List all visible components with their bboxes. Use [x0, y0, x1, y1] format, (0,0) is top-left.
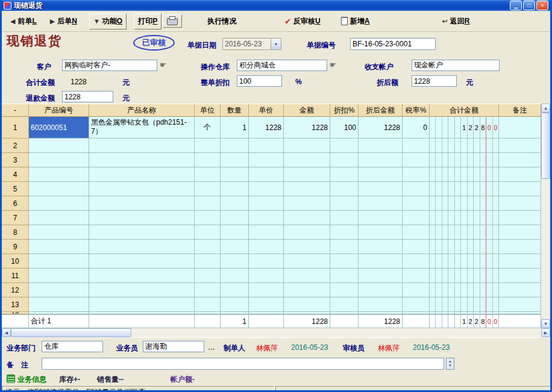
grid-cell[interactable]: [221, 269, 249, 283]
grid-cell[interactable]: [330, 240, 359, 254]
grid-cell[interactable]: [89, 196, 195, 211]
grid-cell[interactable]: [359, 283, 403, 297]
grid-cell[interactable]: [195, 167, 221, 182]
grid-cell[interactable]: [499, 254, 541, 269]
grid-cell[interactable]: [330, 225, 359, 240]
grid-cell[interactable]: [195, 225, 221, 240]
scroll-down-button[interactable]: ▼: [541, 319, 550, 328]
grid-cell[interactable]: [284, 254, 330, 269]
grid-cell[interactable]: [89, 182, 195, 196]
grid-cell[interactable]: [284, 225, 330, 240]
grid-cell[interactable]: [284, 167, 330, 182]
more-button[interactable]: …: [208, 343, 215, 352]
grid-cell[interactable]: [89, 138, 195, 153]
grid-cell[interactable]: [221, 211, 249, 225]
grid-cell[interactable]: [89, 314, 195, 328]
vertical-scroll-thumb[interactable]: [541, 113, 550, 179]
grid-cell[interactable]: [195, 314, 221, 328]
grid-cell[interactable]: [221, 196, 249, 211]
grid-cell[interactable]: [195, 240, 221, 254]
table-row[interactable]: 3: [2, 153, 541, 167]
grid-cell[interactable]: [89, 297, 195, 312]
grid-cell[interactable]: [249, 269, 284, 283]
grid-cell[interactable]: [499, 240, 541, 254]
net-amount-input[interactable]: [412, 75, 457, 87]
scroll-right-button[interactable]: ▶: [541, 328, 550, 337]
grid-cell[interactable]: [330, 196, 359, 211]
grid-cell[interactable]: [249, 138, 284, 153]
chevron-down-icon[interactable]: ▼: [271, 39, 281, 49]
grid-cell[interactable]: [430, 283, 499, 297]
grid-cell[interactable]: [221, 153, 249, 167]
table-row[interactable]: 7: [2, 211, 541, 225]
grid-cell[interactable]: [403, 225, 430, 240]
grid-cell[interactable]: [359, 182, 403, 196]
grid-cell[interactable]: 8: [2, 225, 29, 240]
grid-cell[interactable]: [330, 211, 359, 225]
toolbar-button-exec-status[interactable]: 执行情况: [204, 14, 240, 29]
grid-cell[interactable]: [499, 314, 541, 328]
grid-cell[interactable]: [221, 297, 249, 312]
grid-cell[interactable]: [430, 182, 499, 196]
grid-cell[interactable]: [221, 138, 249, 153]
grid-cell[interactable]: [249, 196, 284, 211]
grid-cell[interactable]: [499, 269, 541, 283]
horizontal-scrollbar[interactable]: ◀ ▶: [2, 328, 550, 337]
grid-cell[interactable]: [284, 182, 330, 196]
grid-cell[interactable]: 6: [2, 196, 29, 211]
grid-cell[interactable]: 13: [2, 297, 29, 312]
grid-cell[interactable]: 合计 1: [29, 314, 89, 328]
grid-cell[interactable]: [499, 211, 541, 225]
grid-cell[interactable]: [359, 297, 403, 312]
grid-cell[interactable]: [89, 240, 195, 254]
grid-cell[interactable]: 122800: [430, 117, 499, 138]
refund-input[interactable]: [62, 91, 113, 102]
grid-cell[interactable]: 黑色金属带钻女包（pdh2151-7）: [89, 117, 195, 138]
grid-cell[interactable]: [403, 297, 430, 312]
grid-cell[interactable]: [29, 196, 89, 211]
grid-cell[interactable]: [89, 283, 195, 297]
grid-cell[interactable]: 12: [2, 283, 29, 297]
grid-cell[interactable]: [403, 254, 430, 269]
grid-cell[interactable]: [195, 182, 221, 196]
link-account-amount[interactable]: 帐户额-: [171, 375, 195, 385]
grid-cell[interactable]: [29, 297, 89, 312]
table-row[interactable]: 5: [2, 182, 541, 196]
grid-cell[interactable]: [284, 269, 330, 283]
grid-cell[interactable]: [89, 167, 195, 182]
grid-cell[interactable]: [330, 283, 359, 297]
grid-cell[interactable]: [499, 138, 541, 153]
grid-cell[interactable]: [195, 211, 221, 225]
grid-cell[interactable]: [330, 269, 359, 283]
grid-cell[interactable]: [359, 211, 403, 225]
grid-cell[interactable]: [29, 182, 89, 196]
grid-cell[interactable]: [403, 211, 430, 225]
grid-cell[interactable]: [89, 153, 195, 167]
grid-cell[interactable]: [195, 297, 221, 312]
grid-cell[interactable]: [29, 211, 89, 225]
grid-cell[interactable]: [499, 297, 541, 312]
grid-cell[interactable]: [330, 167, 359, 182]
grid-cell[interactable]: [195, 269, 221, 283]
grid-cell[interactable]: [430, 254, 499, 269]
grid-cell[interactable]: [430, 167, 499, 182]
grid-cell[interactable]: [430, 211, 499, 225]
grid-cell[interactable]: [29, 240, 89, 254]
grid-cell[interactable]: [430, 240, 499, 254]
grid-cell[interactable]: [89, 225, 195, 240]
table-row[interactable]: 8: [2, 225, 541, 240]
grid-cell[interactable]: 3: [2, 153, 29, 167]
grid-cell[interactable]: [284, 196, 330, 211]
grid-cell[interactable]: [221, 283, 249, 297]
grid-cell[interactable]: [195, 254, 221, 269]
link-business-info[interactable]: 业务信息: [17, 375, 46, 385]
grid-cell[interactable]: 1228: [359, 314, 403, 328]
grid-cell[interactable]: [195, 196, 221, 211]
grid-cell[interactable]: [249, 182, 284, 196]
table-row[interactable]: 1602000051黑色金属带钻女包（pdh2151-7）个1122812281…: [2, 117, 541, 138]
scroll-up-button[interactable]: ▲: [541, 104, 550, 113]
grid-cell[interactable]: 2: [2, 138, 29, 153]
toolbar-button-unaudit[interactable]: ✔ 反审核U: [281, 14, 324, 29]
grid-cell[interactable]: [430, 225, 499, 240]
toolbar-button-print[interactable]: 打印P: [134, 13, 162, 30]
